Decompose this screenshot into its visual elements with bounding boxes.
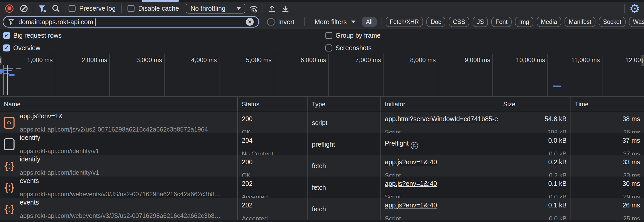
- preserve-log-checkbox[interactable]: [69, 5, 76, 12]
- disable-cache-checkbox[interactable]: [128, 5, 135, 12]
- overview-request-bar: [3, 70, 12, 71]
- search-button[interactable]: [50, 3, 62, 14]
- record-network-log-button[interactable]: [4, 3, 15, 14]
- cell-initiator: Preflight⇅: [381, 133, 499, 155]
- cell-type: preflight: [308, 133, 381, 155]
- clear-network-log-button[interactable]: [18, 3, 30, 14]
- filter-type-doc[interactable]: Doc: [426, 17, 445, 27]
- column-header-status[interactable]: Status: [238, 97, 308, 112]
- initiator-sub: Script: [385, 193, 495, 198]
- fetch-resource-icon: {:}: [4, 160, 15, 172]
- cell-initiator: app.js?env=1&:40Script: [381, 177, 499, 198]
- column-header-name[interactable]: Name: [0, 97, 238, 112]
- toolbar-divider: [263, 4, 263, 13]
- throttling-select[interactable]: No throttling: [186, 4, 245, 14]
- initiator-link[interactable]: app.js?env=1&:40: [385, 201, 437, 209]
- column-header-time[interactable]: Time: [571, 97, 644, 112]
- overview-request-bar: [554, 86, 561, 87]
- total-time: 38 ms: [575, 115, 640, 123]
- initiator-link[interactable]: app.html?serverWindowId=cd741b85-e: [385, 115, 498, 122]
- resource-size: 0.0 kB: [503, 215, 567, 220]
- request-path: apps.rokt-api.com/js/v2/us2-00716298a621…: [20, 126, 208, 133]
- filter-type-manifest[interactable]: Manifest: [565, 17, 595, 27]
- throttling-value: No throttling: [190, 5, 225, 12]
- preserve-log-label: Preserve log: [79, 5, 116, 12]
- invert-checkbox[interactable]: [267, 18, 274, 25]
- doc-resource-icon: [4, 138, 15, 150]
- initiator-line: app.js?env=1&:40: [385, 180, 495, 187]
- cell-name: identifyapps.rokt-api.com/identity/v1: [0, 133, 238, 155]
- request-name-lines: eventsapps.rokt-api.com/webevents/v3/JS/…: [20, 198, 221, 220]
- filter-toggle-button[interactable]: [36, 3, 48, 14]
- cell-size: 0.1 kB0.0 kB: [499, 177, 571, 198]
- import-har-button[interactable]: [266, 3, 278, 14]
- filter-type-wasm[interactable]: Wasm: [629, 17, 644, 27]
- initiator-link[interactable]: app.js?env=1&:40: [385, 158, 437, 166]
- cell-size: 0.0 kB0.0 kB: [499, 133, 571, 155]
- cell-size: 0.1 kB0.0 kB: [499, 198, 571, 220]
- devtools-network-panel: Preserve log Disable cache No throttling: [0, 0, 644, 222]
- request-type: fetch: [312, 184, 377, 191]
- ruler-tick-label: 10,000 ms: [493, 56, 545, 64]
- overview-timeline[interactable]: 1,000 ms2,000 ms3,000 ms4,000 ms5,000 ms…: [0, 54, 644, 97]
- filter-type-media[interactable]: Media: [537, 17, 561, 27]
- ruler-tick-label: 3,000 ms: [110, 56, 162, 64]
- filter-funnel-small-icon: [8, 18, 15, 25]
- overview-label: Overview: [13, 44, 40, 52]
- request-row[interactable]: {:}eventsapps.rokt-api.com/webevents/v3/…: [0, 177, 644, 198]
- status-code: 204: [242, 136, 304, 144]
- transferred-size: 0.1 kB: [503, 180, 567, 187]
- toolbar-divider: [65, 4, 65, 13]
- cell-time: 37 ms37 ms: [571, 133, 644, 155]
- column-header-type[interactable]: Type: [308, 97, 381, 112]
- download-icon: [281, 4, 290, 13]
- network-conditions-button[interactable]: [248, 3, 259, 14]
- request-path: apps.rokt-api.com/identity/v1: [20, 147, 99, 155]
- script-resource-icon: ‹›: [4, 117, 15, 129]
- toolbar-divider: [33, 4, 33, 13]
- total-time: 33 ms: [575, 158, 640, 166]
- overview-left-handle[interactable]: [0, 56, 2, 65]
- column-header-size[interactable]: Size: [499, 97, 571, 112]
- cell-type: fetch: [308, 198, 381, 220]
- initiator-sub: Script: [385, 215, 495, 220]
- filter-type-img[interactable]: Img: [515, 17, 533, 27]
- top-strip-highlight: [142, 0, 179, 2]
- initiator-text: Preflight: [385, 140, 409, 147]
- request-row[interactable]: identifyapps.rokt-api.com/identity/v1204…: [0, 133, 644, 155]
- resource-size: 208 kB: [503, 128, 567, 133]
- group-by-frame-checkbox[interactable]: [325, 32, 332, 39]
- request-row[interactable]: {:}eventsapps.rokt-api.com/webevents/v3/…: [0, 198, 644, 220]
- ruler-tick-label: 9,000 ms: [438, 56, 490, 64]
- filter-type-js[interactable]: JS: [473, 17, 488, 27]
- filter-type-socket[interactable]: Socket: [599, 17, 625, 27]
- filter-type-fetch-xhr[interactable]: Fetch/XHR: [386, 17, 423, 27]
- clear-filter-icon[interactable]: ✕: [246, 18, 254, 26]
- export-har-button[interactable]: [280, 3, 291, 14]
- more-filters-button[interactable]: More filters: [315, 18, 347, 26]
- status-code: 202: [242, 201, 304, 209]
- filter-type-css[interactable]: CSS: [449, 17, 469, 27]
- overview-checkbox[interactable]: ✓: [3, 44, 10, 51]
- filter-type-font[interactable]: Font: [491, 17, 512, 27]
- preflight-swap-icon[interactable]: ⇅: [411, 142, 418, 149]
- gear-icon: ⚙: [629, 3, 640, 15]
- screenshots-checkbox[interactable]: [325, 44, 332, 51]
- toolbar-divider: [121, 4, 122, 13]
- filter-type-all[interactable]: All: [362, 17, 377, 27]
- overview-right-handle[interactable]: [641, 55, 644, 66]
- network-settings-button[interactable]: ⚙: [629, 3, 640, 14]
- network-filter-bar: ✕ Invert More filters AllFetch/XHRDocCSS…: [0, 15, 644, 29]
- overview-request-bar: [6, 74, 6, 76]
- request-name-lines: identifyapps.rokt-api.com/identity/v1: [20, 134, 99, 155]
- cell-size: 0.2 kB0.2 kB: [499, 155, 571, 177]
- column-header-initiator[interactable]: Initiator: [381, 97, 499, 112]
- cell-time: 30 ms29 ms: [571, 177, 644, 198]
- initiator-link[interactable]: app.js?env=1&:40: [385, 180, 437, 187]
- request-row[interactable]: ‹›app.js?env=1&apps.rokt-api.com/js/v2/u…: [0, 112, 644, 133]
- big-request-rows-checkbox[interactable]: ✓: [3, 32, 10, 39]
- filter-input[interactable]: [18, 18, 246, 26]
- network-toolbar: Preserve log Disable cache No throttling: [0, 2, 644, 15]
- request-row[interactable]: {:}identifyapps.rokt-api.com/identity/v1…: [0, 155, 644, 177]
- request-name: events: [20, 177, 221, 185]
